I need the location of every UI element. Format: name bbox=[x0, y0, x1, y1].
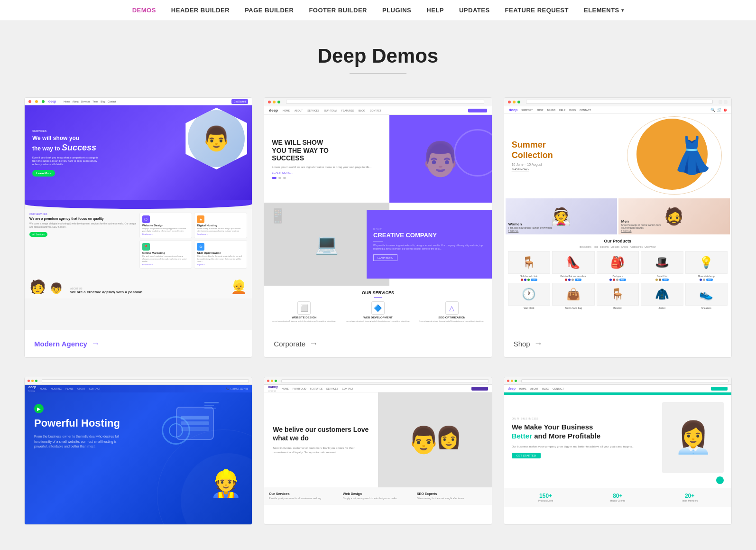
demo-card-business[interactable]: deep HOME ABOUT BLOG CONTACT OUR BUSINES… bbox=[504, 377, 732, 525]
browser-dot-red bbox=[28, 100, 31, 103]
page-title: Deep Demos bbox=[0, 45, 756, 67]
demo-thumbnail-shop: deep SUPPORT SHOP BRAND HELP BLOG CONTAC… bbox=[504, 98, 731, 330]
demo-thumbnail-corporate: deep HOME ABOUT SERVICES OUR TEAM FEATUR… bbox=[264, 98, 491, 330]
nabby-hero-image: 👨 👩 bbox=[378, 392, 492, 487]
hosting-mini-nav: deephosting HOME HOSTING PLANS ABOUT CON… bbox=[25, 385, 252, 392]
business-nav-cta bbox=[711, 387, 728, 391]
demo-label-corporate: Corporate → bbox=[264, 330, 491, 357]
product-backpack: 🎒 Backpack ADD bbox=[597, 251, 639, 281]
shop-products: Our Products Bestsellers Tops Bottoms Dr… bbox=[504, 236, 731, 312]
demo-thumbnail-modern-agency: deep Home About Services Team Blog Conta… bbox=[25, 98, 252, 330]
nav-item-plugins[interactable]: PLUGINS bbox=[382, 7, 411, 14]
corp-services-section: OUR SERVICES ⬜ WEBSITE DESIGN Lorem ipsu… bbox=[264, 286, 491, 327]
corp-hero-section: WE WILL SHOWYOU THE WAY TOSUCCESS Lorem … bbox=[264, 115, 491, 203]
business-cta-btn[interactable]: GET STARTED bbox=[512, 453, 541, 458]
nav-item-help[interactable]: HELP bbox=[426, 7, 444, 14]
product-hat: 🎩 Safari Hat ADD bbox=[641, 251, 683, 281]
nabby-hero: We belive our customers Love what we do … bbox=[264, 392, 491, 487]
nav-item-feature-request[interactable]: FEATURE REQUEST bbox=[505, 7, 569, 14]
learn-more-button[interactable]: LEARN MORE bbox=[373, 254, 397, 261]
agency-hero-text: SERVICES We will show youthe way to Succ… bbox=[32, 129, 98, 177]
nav-item-updates[interactable]: UPDATES bbox=[459, 7, 490, 14]
agency-person-2: 👦 bbox=[50, 282, 63, 295]
hosting-hero: ▶ Powerful Hosting From the business own… bbox=[25, 392, 252, 524]
business-hero-image: 👩‍💼 bbox=[662, 402, 724, 473]
product-jacket: 🧥 Jacket bbox=[641, 283, 683, 309]
product-chair: 🪑 Solid wood chair ADD bbox=[508, 251, 550, 281]
demo-card-hosting[interactable]: deephosting HOME HOSTING PLANS ABOUT CON… bbox=[24, 377, 252, 525]
page-header: Deep Demos bbox=[0, 21, 756, 88]
main-navigation: DEMOS HEADER BUILDER PAGE BUILDER FOOTER… bbox=[0, 0, 756, 21]
mini-browser-hosting bbox=[25, 377, 252, 385]
demo-label-shop: Shop → bbox=[504, 330, 731, 357]
demo-card-corporate[interactable]: deep HOME ABOUT SERVICES OUR TEAM FEATUR… bbox=[264, 97, 492, 358]
browser-dot-green bbox=[42, 100, 45, 103]
agency-hero-btn: Learn More bbox=[32, 170, 55, 177]
nav-item-footer-builder[interactable]: FOOTER BUILDER bbox=[309, 7, 367, 14]
nabby-bottom: Our Services Provide quality services fo… bbox=[264, 487, 491, 505]
agency-bottom: 🧑 👦 ABOUT US We are a creative agency wi… bbox=[25, 275, 252, 298]
corp-creative-box: MY APP CREATIVE COMPANY We provide busin… bbox=[367, 210, 492, 279]
business-hero: OUR BUSINESS We Make Your BusinessBetter… bbox=[504, 395, 731, 480]
shop-model: 👗 bbox=[670, 114, 715, 197]
mini-browser-business bbox=[504, 377, 731, 385]
shop-categories: 👰 Women First, look how long is fashion … bbox=[504, 197, 731, 236]
product-heels: 👠 Painted flat women shoe ADD bbox=[552, 251, 594, 281]
mini-browser-chrome-corp bbox=[264, 98, 491, 106]
laptop-icon: 💻 bbox=[315, 233, 339, 255]
nav-item-header-builder[interactable]: HEADER BUILDER bbox=[171, 7, 230, 14]
agency-hero-section: SERVICES We will show youthe way to Succ… bbox=[25, 105, 252, 200]
corporate-screenshot: WE WILL SHOWYOU THE WAY TOSUCCESS Lorem … bbox=[264, 115, 491, 330]
demo-card-nabby[interactable]: nabbycorporate HOME PORTFOLIO FEATURES S… bbox=[264, 377, 492, 525]
nav-item-page-builder[interactable]: PAGE BUILDER bbox=[245, 7, 294, 14]
product-sneakers: 👟 Sneakers bbox=[685, 283, 728, 309]
demo-grid-row1: deep Home About Services Team Blog Conta… bbox=[13, 88, 743, 377]
agency-mini-cta: Get Started bbox=[231, 99, 249, 104]
demo-label-modern-agency: Modern Agency → bbox=[25, 330, 252, 357]
shop-cat-men: 🧔 Men Shop the range of men's fashion fr… bbox=[618, 198, 730, 234]
product-stool: 🪑 Barstool bbox=[597, 283, 639, 309]
demo-grid-row2: deephosting HOME HOSTING PLANS ABOUT CON… bbox=[13, 377, 743, 544]
agency-service-btn: All Services bbox=[29, 232, 47, 237]
nabby-mini-nav: nabbycorporate HOME PORTFOLIO FEATURES S… bbox=[264, 385, 491, 392]
demo-card-shop[interactable]: deep SUPPORT SHOP BRAND HELP BLOG CONTAC… bbox=[504, 97, 732, 358]
browser-dot-yellow bbox=[35, 100, 38, 103]
agency-main: OUR SERVICES We are a premium agency tha… bbox=[25, 209, 252, 275]
agency-hero-person: 👨 bbox=[185, 108, 247, 169]
demo-thumbnail-hosting: deephosting HOME HOSTING PLANS ABOUT CON… bbox=[25, 377, 252, 524]
shop-screenshot: 👗 SummerCollection 16 June – 15 August S… bbox=[504, 114, 731, 330]
nav-item-demos[interactable]: DEMOS bbox=[132, 7, 156, 14]
agency-person-3: 👱 bbox=[230, 279, 247, 295]
play-icon: ▶ bbox=[34, 404, 44, 413]
teal-circle-accent bbox=[716, 476, 724, 484]
product-lamp: 💡 Blue table lamp ADD bbox=[685, 251, 728, 281]
header-divider bbox=[350, 73, 406, 74]
shop-hero: 👗 SummerCollection 16 June – 15 August S… bbox=[504, 114, 731, 197]
corp-creative-section: 💻 📱 MY APP CREATIVE COMPANY We provide b… bbox=[264, 203, 491, 286]
shop-mini-nav: deep SUPPORT SHOP BRAND HELP BLOG CONTAC… bbox=[504, 106, 731, 114]
product-clock: 🕐 Wall clock bbox=[508, 283, 550, 309]
agency-mini-links: Home About Services Team Blog Contact bbox=[64, 100, 116, 103]
demo-thumbnail-business: deep HOME ABOUT BLOG CONTACT OUR BUSINES… bbox=[504, 377, 731, 524]
agency-person-1: 🧑 bbox=[29, 279, 46, 295]
shop-cat-women: 👰 Women First, look how long is fashion … bbox=[506, 198, 617, 234]
demo-card-modern-agency[interactable]: deep Home About Services Team Blog Conta… bbox=[24, 97, 252, 358]
business-stats: 150+ Projects Done 80+ Happy Clients 20+… bbox=[504, 488, 731, 507]
nav-item-elements[interactable]: ELEMENTS ▾ bbox=[584, 7, 624, 14]
mini-browser-nabby bbox=[264, 377, 491, 385]
demo-thumbnail-nabby: nabbycorporate HOME PORTFOLIO FEATURES S… bbox=[264, 377, 491, 524]
chevron-down-icon: ▾ bbox=[621, 8, 624, 13]
corp-mini-nav: deep HOME ABOUT SERVICES OUR TEAM FEATUR… bbox=[264, 106, 491, 115]
mini-browser-chrome-shop bbox=[504, 98, 731, 106]
product-purse: 👜 Brown hand bag bbox=[552, 283, 594, 309]
business-mini-nav: deep HOME ABOUT BLOG CONTACT bbox=[504, 385, 731, 392]
agency-screenshot: SERVICES We will show youthe way to Succ… bbox=[25, 105, 252, 330]
agency-mini-logo: deep bbox=[48, 100, 56, 103]
agency-wave bbox=[25, 199, 252, 209]
shop-hero-cta[interactable]: SHOP NOW › bbox=[512, 168, 553, 171]
mini-browser-nav-agency: deep Home About Services Team Blog Conta… bbox=[25, 98, 252, 105]
